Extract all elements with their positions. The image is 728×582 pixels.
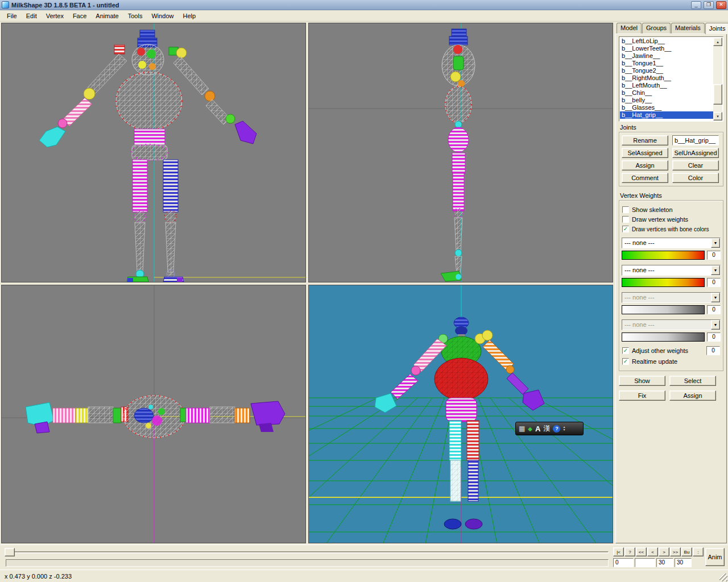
more-button[interactable]: : (693, 547, 704, 556)
viewport-front[interactable] (1, 23, 306, 282)
ime-expand-icon[interactable]: ▴▾ (563, 426, 565, 431)
ime-help-icon[interactable]: ? (553, 425, 560, 433)
menu-tools[interactable]: Tools (123, 11, 147, 20)
ime-hanja[interactable]: 漢 (543, 424, 550, 434)
scroll-thumb[interactable] (713, 84, 722, 105)
menu-vertex[interactable]: Vertex (42, 11, 68, 20)
draw-vertex-weights-checkbox[interactable] (622, 216, 629, 223)
assign-button[interactable]: Assign (622, 160, 668, 171)
adjust-other-weights-value[interactable]: 0 (706, 346, 720, 355)
resize-grip[interactable] (719, 573, 727, 581)
frame-field-2[interactable] (635, 558, 655, 567)
chevron-down-icon[interactable]: ▼ (711, 265, 720, 275)
menu-window[interactable]: Window (147, 11, 178, 20)
close-button[interactable]: ✕ (716, 1, 726, 9)
tab-materials[interactable]: Materials (671, 23, 705, 34)
show-button[interactable]: Show (619, 376, 665, 386)
tab-joints[interactable]: Joints (705, 23, 728, 34)
color-button[interactable]: Color (672, 173, 719, 183)
total-frames-field[interactable]: 30 (656, 558, 673, 567)
list-item[interactable]: b__LeftMouth__ (620, 82, 713, 89)
next-key-button[interactable]: >> (670, 547, 681, 556)
weight-value-2[interactable]: 0 (707, 278, 721, 287)
keyframe-strip[interactable] (6, 559, 609, 567)
viewport-side[interactable] (308, 23, 613, 282)
chevron-down-icon[interactable]: ▼ (711, 238, 720, 248)
weight-value-3[interactable]: 0 (707, 305, 721, 314)
tab-model[interactable]: Model (617, 23, 642, 34)
ime-gem-icon[interactable]: ◆ (528, 426, 532, 432)
realtime-update-checkbox[interactable]: ✓ (622, 358, 629, 365)
weight-value-4[interactable]: 0 (707, 332, 721, 342)
joints-scrollbar[interactable]: ▲ ▼ (713, 38, 722, 120)
ime-toolbar: ▦ ◆ A 漢 ? ▴▾ (515, 422, 584, 435)
ime-mode-latin[interactable]: A (535, 425, 540, 433)
weight-gradient-1 (622, 251, 705, 260)
menu-face[interactable]: Face (68, 11, 91, 20)
viewport-3d[interactable]: ▦ ◆ A 漢 ? ▴▾ (308, 285, 613, 543)
ime-keyboard-icon[interactable]: ▦ (519, 425, 525, 432)
tab-groups[interactable]: Groups (642, 23, 671, 34)
fix-button[interactable]: Fix (619, 390, 665, 401)
weight-gradient-4 (622, 332, 705, 342)
minimize-button[interactable]: _ (691, 1, 701, 9)
menu-file[interactable]: File (2, 11, 22, 20)
assign-weights-button[interactable]: Assign (669, 390, 716, 401)
sel-unassigned-button[interactable]: SelUnAssigned (672, 148, 719, 158)
list-item[interactable]: b__LeftLoLip__ (620, 38, 713, 45)
list-item-selected[interactable]: b__Hat_grip__ (620, 111, 713, 119)
scroll-up-icon[interactable]: ▲ (713, 38, 722, 46)
list-item[interactable]: b__Jawline__ (620, 52, 713, 60)
list-item[interactable]: b__LowerTeeth__ (620, 45, 713, 52)
weight-combo-2[interactable]: --- none --- ▼ (622, 265, 721, 276)
sel-assigned-button[interactable]: SelAssigned (622, 148, 668, 158)
anim-toggle-button[interactable]: Anim (705, 548, 725, 566)
menu-edit[interactable]: Edit (22, 11, 42, 20)
list-item[interactable]: b__Tongue1__ (620, 60, 713, 67)
anim-controls: |< ? << < > >> Bu : 0 30 30 Anim (613, 546, 726, 569)
next-frame-button[interactable]: > (659, 547, 669, 556)
vertex-weights-label: Vertex Weights (620, 192, 723, 199)
weight-combo-1[interactable]: --- none --- ▼ (622, 238, 721, 248)
weight-combo-4[interactable]: --- none --- ▼ (622, 319, 721, 330)
prev-key-button[interactable]: << (636, 547, 647, 556)
scroll-down-icon[interactable]: ▼ (713, 112, 722, 120)
chevron-down-icon[interactable]: ▼ (711, 293, 720, 302)
list-item[interactable]: b__belly__ (620, 97, 713, 104)
maximize-button[interactable]: ❐ (704, 1, 714, 9)
slider-handle[interactable] (5, 548, 15, 556)
menu-animate[interactable]: Animate (91, 11, 123, 20)
select-button[interactable]: Select (669, 376, 716, 386)
menu-help[interactable]: Help (179, 11, 201, 20)
character-top (26, 396, 285, 438)
window-title: MilkShape 3D 1.8.5 BETA 1 - untitled (11, 2, 689, 9)
joint-name-field[interactable]: b__Hat_grip__ (672, 135, 719, 146)
comment-button[interactable]: Comment (622, 173, 668, 183)
list-item[interactable]: b__Tongue2__ (620, 67, 713, 74)
list-item[interactable]: b__RightMouth__ (620, 74, 713, 82)
show-skeleton-checkbox[interactable] (622, 206, 629, 213)
first-frame-button[interactable]: |< (613, 547, 624, 556)
list-item[interactable]: b__Glasses__ (620, 104, 713, 111)
joints-list: b__LeftLoLip__ b__LowerTeeth__ b__Jawlin… (619, 36, 723, 122)
prev-frame-button[interactable]: < (647, 547, 658, 556)
clear-button[interactable]: Clear (672, 160, 719, 171)
joints-panel: b__LeftLoLip__ b__LowerTeeth__ b__Jawlin… (615, 34, 727, 543)
slider-track[interactable] (6, 551, 609, 554)
weight-combo-3[interactable]: --- none --- ▼ (622, 292, 721, 303)
weight-gradient-2 (622, 278, 705, 287)
bu-button[interactable]: Bu (681, 547, 692, 556)
coordinates-readout: x 0.473 y 0.000 z -0.233 (5, 573, 72, 580)
list-item[interactable]: b__Chin__ (620, 89, 713, 97)
chevron-down-icon[interactable]: ▼ (711, 320, 720, 330)
help-button[interactable]: ? (624, 547, 635, 556)
status-bar: x 0.473 y 0.000 z -0.233 (0, 569, 728, 582)
weight-value-1[interactable]: 0 (707, 251, 721, 260)
end-frame-field[interactable]: 30 (675, 558, 692, 567)
draw-bone-colors-checkbox[interactable]: ✓ (622, 226, 629, 232)
rename-button[interactable]: Rename (622, 135, 668, 146)
frame-slider[interactable] (3, 546, 611, 568)
current-frame-field[interactable]: 0 (613, 558, 634, 567)
viewport-top[interactable] (1, 285, 306, 543)
adjust-other-weights-checkbox[interactable]: ✓ (622, 347, 629, 354)
